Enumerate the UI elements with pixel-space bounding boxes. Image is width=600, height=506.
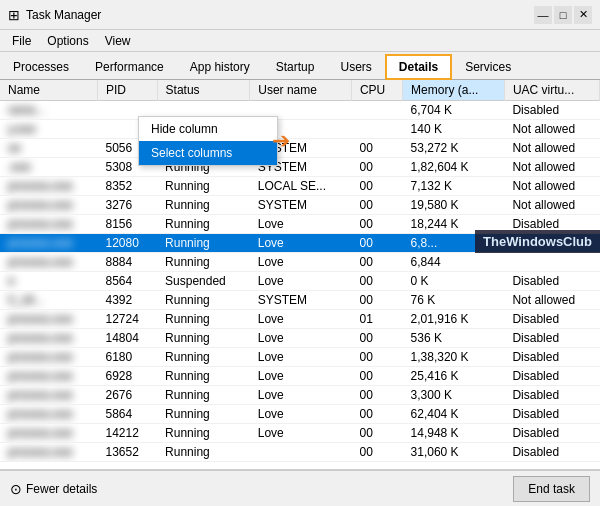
table-row[interactable]: 0_x8...4392RunningSYSTEM0076 KNot allowe… <box>0 291 600 310</box>
cell-8-1: 8884 <box>97 253 157 272</box>
cell-18-1: 13652 <box>97 443 157 462</box>
cell-10-3: SYSTEM <box>250 291 352 310</box>
cell-2-0: xe <box>0 139 97 158</box>
menu-item-view[interactable]: View <box>97 32 139 50</box>
cell-14-5: 25,416 K <box>403 367 505 386</box>
tab-processes[interactable]: Processes <box>0 54 82 79</box>
cell-12-4: 00 <box>351 329 402 348</box>
table-row[interactable]: process.exe8352RunningLOCAL SE...007,132… <box>0 177 600 196</box>
cell-4-3: LOCAL SE... <box>250 177 352 196</box>
table-row[interactable]: process.exe14804RunningLove00536 KDisabl… <box>0 329 600 348</box>
menu-item-file[interactable]: File <box>4 32 39 50</box>
cell-17-5: 14,948 K <box>403 424 505 443</box>
cell-11-4: 01 <box>351 310 402 329</box>
context-menu-item-hide-column[interactable]: Hide column <box>139 117 277 141</box>
cell-5-1: 3276 <box>97 196 157 215</box>
table-row[interactable]: rame...6,704 KDisabled <box>0 101 600 120</box>
cell-9-3: Love <box>250 272 352 291</box>
app-title: Task Manager <box>26 8 101 22</box>
table-row[interactable]: process.exe6180RunningLove001,38,320 KDi… <box>0 348 600 367</box>
col-header-2[interactable]: Status <box>157 80 250 101</box>
minimize-button[interactable]: — <box>534 6 552 24</box>
cell-4-0: process.exe <box>0 177 97 196</box>
table-row[interactable]: .exe5308RunningSYSTEM001,82,604 KNot all… <box>0 158 600 177</box>
table-row[interactable]: y.exe140 KNot allowed <box>0 120 600 139</box>
maximize-button[interactable]: □ <box>554 6 572 24</box>
cell-18-5: 31,060 K <box>403 443 505 462</box>
close-button[interactable]: ✕ <box>574 6 592 24</box>
tab-performance[interactable]: Performance <box>82 54 177 79</box>
table-row[interactable]: process.exe13652Running0031,060 KDisable… <box>0 443 600 462</box>
context-menu-item-select-columns[interactable]: Select columns <box>139 141 277 165</box>
cell-9-1: 8564 <box>97 272 157 291</box>
cell-1-6: Not allowed <box>504 120 599 139</box>
col-header-0[interactable]: Name <box>0 80 97 101</box>
fewer-details-button[interactable]: ⊙ Fewer details <box>10 481 97 497</box>
cell-7-3: Love <box>250 234 352 253</box>
cell-8-6 <box>504 253 599 272</box>
cell-9-6: Disabled <box>504 272 599 291</box>
cell-11-3: Love <box>250 310 352 329</box>
cell-16-1: 5864 <box>97 405 157 424</box>
cell-6-0: process.exe <box>0 215 97 234</box>
table-row[interactable]: process.exe8884RunningLove006,844 <box>0 253 600 272</box>
tab-startup[interactable]: Startup <box>263 54 328 79</box>
cell-15-3: Love <box>250 386 352 405</box>
table-row[interactable]: process.exe5864RunningLove0062,404 KDisa… <box>0 405 600 424</box>
context-menu: Hide columnSelect columns <box>138 116 278 166</box>
table-container[interactable]: NamePIDStatusUser nameCPUMemory (a...UAC… <box>0 80 600 470</box>
tab-services[interactable]: Services <box>452 54 524 79</box>
col-header-6[interactable]: UAC virtu... <box>504 80 599 101</box>
col-header-4[interactable]: CPU <box>351 80 402 101</box>
cell-14-2: Running <box>157 367 250 386</box>
cell-10-2: Running <box>157 291 250 310</box>
cell-11-1: 12724 <box>97 310 157 329</box>
tab-users[interactable]: Users <box>327 54 384 79</box>
title-bar-controls: — □ ✕ <box>534 6 592 24</box>
fewer-details-icon: ⊙ <box>10 481 22 497</box>
cell-11-2: Running <box>157 310 250 329</box>
menu-item-options[interactable]: Options <box>39 32 96 50</box>
cell-15-1: 2676 <box>97 386 157 405</box>
app-icon: ⊞ <box>8 7 20 23</box>
table-row[interactable]: process.exe2676RunningLove003,300 KDisab… <box>0 386 600 405</box>
table-row[interactable]: process.exe3276RunningSYSTEM0019,580 KNo… <box>0 196 600 215</box>
cell-17-3: Love <box>250 424 352 443</box>
col-header-5[interactable]: Memory (a... <box>403 80 505 101</box>
table-row[interactable]: process.exe6928RunningLove0025,416 KDisa… <box>0 367 600 386</box>
cell-6-2: Running <box>157 215 250 234</box>
table-row[interactable]: process.exe14212RunningLove0014,948 KDis… <box>0 424 600 443</box>
cell-0-0: rame... <box>0 101 97 120</box>
table-row[interactable]: xe5056RunningSYSTEM0053,272 KNot allowed <box>0 139 600 158</box>
cell-9-4: 00 <box>351 272 402 291</box>
table-row[interactable]: e8564SuspendedLove000 KDisabled <box>0 272 600 291</box>
cell-18-0: process.exe <box>0 443 97 462</box>
cell-0-6: Disabled <box>504 101 599 120</box>
cell-2-4: 00 <box>351 139 402 158</box>
cell-16-2: Running <box>157 405 250 424</box>
tab-app-history[interactable]: App history <box>177 54 263 79</box>
cell-14-4: 00 <box>351 367 402 386</box>
cell-14-0: process.exe <box>0 367 97 386</box>
tab-details[interactable]: Details <box>385 54 452 80</box>
cell-3-5: 1,82,604 K <box>403 158 505 177</box>
cell-18-3 <box>250 443 352 462</box>
col-header-1[interactable]: PID <box>97 80 157 101</box>
table-row[interactable]: process.exe12724RunningLove012,01,916 KD… <box>0 310 600 329</box>
cell-5-5: 19,580 K <box>403 196 505 215</box>
end-task-button[interactable]: End task <box>513 476 590 502</box>
cell-2-5: 53,272 K <box>403 139 505 158</box>
cell-17-6: Disabled <box>504 424 599 443</box>
table-header: NamePIDStatusUser nameCPUMemory (a...UAC… <box>0 80 600 101</box>
arrow-indicator: ➔ <box>272 128 290 154</box>
cell-15-2: Running <box>157 386 250 405</box>
cell-13-5: 1,38,320 K <box>403 348 505 367</box>
cell-11-0: process.exe <box>0 310 97 329</box>
cell-14-3: Love <box>250 367 352 386</box>
cell-4-5: 7,132 K <box>403 177 505 196</box>
cell-12-5: 536 K <box>403 329 505 348</box>
cell-12-6: Disabled <box>504 329 599 348</box>
cell-4-4: 00 <box>351 177 402 196</box>
table-body: rame...6,704 KDisabledy.exe140 KNot allo… <box>0 101 600 462</box>
col-header-3[interactable]: User name <box>250 80 352 101</box>
